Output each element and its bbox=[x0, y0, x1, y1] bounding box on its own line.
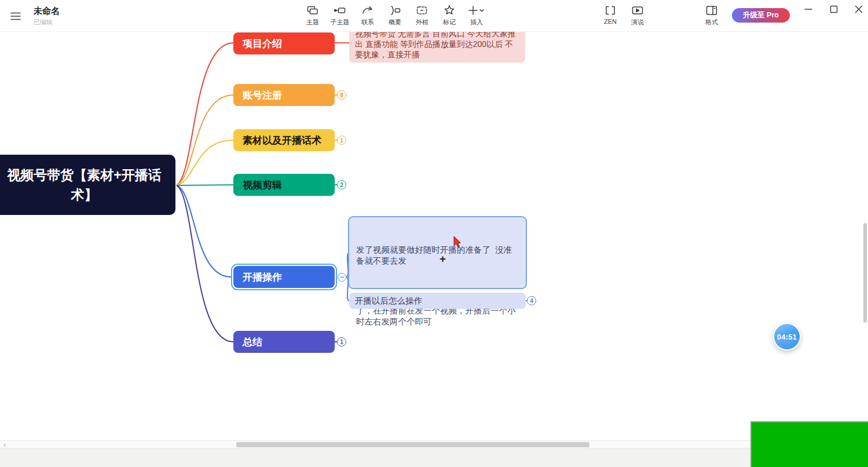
tool-present[interactable]: 演说 bbox=[622, 4, 653, 27]
topic-icon bbox=[306, 4, 320, 17]
tool-summary[interactable]: 概要 bbox=[380, 4, 410, 27]
titlebar: 未命名 已编辑 主题 子主题 bbox=[0, 0, 868, 32]
collapse-toggle-broadcast[interactable]: − bbox=[338, 273, 346, 282]
tool-label: ZEN bbox=[604, 18, 617, 25]
note-broadcast-detail[interactable]: 发了视频就要做好随时开播的准备了 没准备就不要去发 发布的视频浏览量在200 以… bbox=[348, 216, 527, 289]
boundary-icon bbox=[415, 4, 429, 17]
maximize-icon bbox=[827, 3, 840, 16]
close-icon bbox=[852, 3, 865, 16]
plus-cursor: + bbox=[440, 253, 446, 265]
tool-zen[interactable]: ZEN bbox=[595, 4, 625, 25]
collapse-badge-followup[interactable]: 4 bbox=[527, 296, 536, 305]
tool-label: 子主题 bbox=[331, 18, 350, 27]
root-topic[interactable]: 视频号带货【素材+开播话术】 bbox=[0, 155, 175, 215]
scroll-left-icon[interactable]: ‹ bbox=[3, 440, 6, 449]
note-paragraph: 发了视频就要做好随时开播的准备了 没准备就不要去发 bbox=[356, 245, 519, 267]
note-broadcast-followup[interactable]: 开播以后怎么操作 bbox=[349, 293, 526, 309]
close-button[interactable] bbox=[850, 1, 867, 17]
hamburger-icon bbox=[9, 10, 22, 23]
tool-label: 插入 bbox=[470, 18, 483, 27]
minimize-button[interactable] bbox=[800, 1, 817, 17]
tool-boundary[interactable]: 外框 bbox=[407, 4, 437, 27]
star-icon bbox=[442, 4, 456, 17]
tool-insert[interactable]: 插入 bbox=[462, 4, 492, 27]
collapse-badge-summary[interactable]: 1 bbox=[337, 337, 346, 346]
tool-relationship[interactable]: 联系 bbox=[353, 4, 383, 27]
green-screen-overlay bbox=[750, 421, 868, 467]
subtopic-icon bbox=[333, 4, 347, 17]
summary-icon bbox=[388, 4, 402, 17]
tool-format[interactable]: 格式 bbox=[697, 4, 727, 27]
topic-project-intro[interactable]: 项目介绍 bbox=[233, 32, 335, 54]
relationship-icon bbox=[361, 4, 375, 17]
collapse-badge-material[interactable]: 1 bbox=[337, 136, 346, 145]
minimize-icon bbox=[802, 3, 815, 16]
presentation-play-icon bbox=[631, 4, 644, 17]
timer-face: 04:51 bbox=[774, 324, 800, 349]
recording-timer-bubble[interactable]: 04:51 bbox=[773, 323, 801, 351]
plus-chevron-icon bbox=[467, 4, 486, 17]
timer-value: 04:51 bbox=[777, 333, 797, 341]
horizontal-scrollbar-track[interactable]: ‹ bbox=[0, 440, 868, 448]
mindmap-canvas[interactable]: 视频号带货【素材+开播话术】 项目介绍 账号注册 素材以及开播话术 视频剪辑 开… bbox=[0, 0, 868, 467]
document-title: 未命名 bbox=[34, 6, 60, 17]
vertical-scrollbar[interactable] bbox=[863, 223, 867, 323]
tool-label: 外框 bbox=[416, 18, 428, 27]
tool-subtopic[interactable]: 子主题 bbox=[325, 4, 355, 27]
tool-topic[interactable]: 主题 bbox=[298, 4, 328, 27]
tool-label: 联系 bbox=[361, 18, 374, 27]
mouse-cursor-icon bbox=[453, 236, 463, 248]
maximize-button[interactable] bbox=[825, 1, 843, 17]
topic-summary[interactable]: 总结 bbox=[233, 331, 335, 353]
zen-brackets-icon bbox=[603, 4, 617, 17]
collapse-badge-account[interactable]: 8 bbox=[337, 90, 346, 100]
topic-material-script[interactable]: 素材以及开播话术 bbox=[233, 129, 335, 151]
collapse-badge-video[interactable]: 2 bbox=[337, 180, 346, 189]
tool-label: 演说 bbox=[631, 18, 644, 27]
format-panel-icon bbox=[705, 4, 719, 17]
topic-video-edit[interactable]: 视频剪辑 bbox=[233, 174, 335, 196]
tool-marker[interactable]: 标记 bbox=[434, 4, 464, 27]
document-title-block[interactable]: 未命名 已编辑 bbox=[34, 6, 60, 27]
tool-label: 主题 bbox=[306, 18, 319, 27]
horizontal-scrollbar-thumb[interactable] bbox=[236, 442, 589, 447]
tool-label: 格式 bbox=[705, 18, 718, 27]
tool-label: 概要 bbox=[389, 18, 401, 27]
document-status: 已编辑 bbox=[34, 18, 60, 27]
topic-account-register[interactable]: 账号注册 bbox=[233, 84, 335, 106]
bottom-strip bbox=[0, 448, 868, 467]
upgrade-pro-button[interactable]: 升级至 Pro bbox=[732, 8, 790, 23]
topic-broadcast-selection-ring: 开播操作 bbox=[231, 264, 337, 290]
tool-label: 标记 bbox=[443, 18, 456, 27]
app-window: 视频号带货【素材+开播话术】 项目介绍 账号注册 素材以及开播话术 视频剪辑 开… bbox=[0, 0, 868, 467]
topic-broadcast[interactable]: 开播操作 bbox=[233, 266, 335, 288]
menu-button[interactable] bbox=[8, 9, 23, 24]
